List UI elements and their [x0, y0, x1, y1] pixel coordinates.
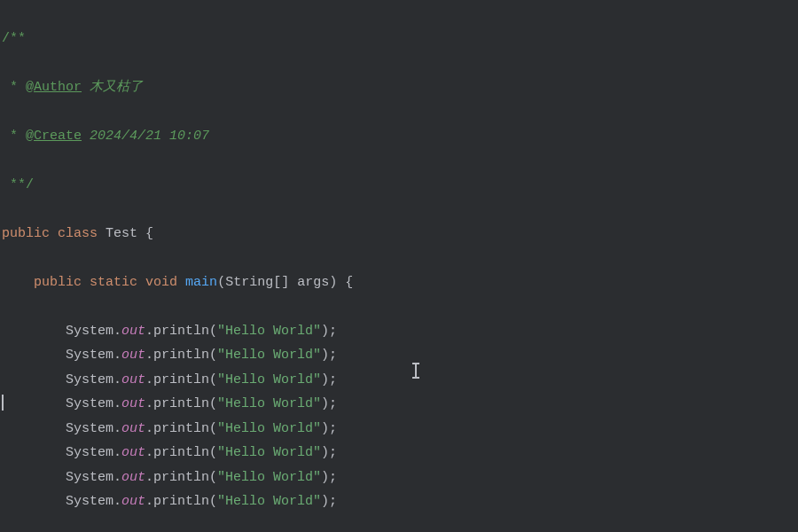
- comment-marker: *: [2, 129, 26, 144]
- println-call: .println(: [145, 445, 217, 460]
- system-ref: System.: [66, 372, 121, 387]
- println-call: .println(: [145, 396, 217, 411]
- doc-tag-create: @Create: [26, 129, 82, 144]
- system-ref: System.: [66, 421, 121, 436]
- caret: [2, 395, 4, 411]
- code-line: System.out.println("Hello World");: [2, 368, 798, 393]
- string-literal: "Hello World": [217, 494, 321, 509]
- code-line: System.out.println("Hello World");: [2, 466, 798, 490]
- out-field: out: [121, 324, 145, 339]
- code-line: public static void main(String[] args) {: [2, 270, 798, 295]
- out-field: out: [121, 445, 145, 460]
- system-ref: System.: [66, 396, 121, 411]
- string-literal: "Hello World": [217, 348, 321, 363]
- comment-marker: /**: [2, 31, 26, 46]
- out-field: out: [121, 421, 145, 436]
- system-ref: System.: [66, 494, 121, 509]
- string-literal: "Hello World": [217, 421, 321, 436]
- code-line: * @Author 木又枯了: [2, 75, 798, 100]
- string-literal: "Hello World": [217, 470, 321, 485]
- code-line: System.out.println("Hello World");: [2, 441, 798, 466]
- string-literal: "Hello World": [217, 445, 321, 460]
- method-name-main: main: [185, 275, 217, 290]
- code-line: /**: [2, 27, 798, 51]
- system-ref: System.: [66, 348, 121, 363]
- code-line: public class Test {: [2, 222, 798, 246]
- code-editor[interactable]: /** * @Author 木又枯了 * @Create 2024/4/21 1…: [0, 0, 798, 532]
- string-literal: "Hello World": [217, 324, 321, 339]
- code-line: System.out.println("Hello World");: [2, 319, 798, 344]
- comment-marker: **/: [2, 177, 34, 192]
- println-call: .println(: [145, 470, 217, 485]
- out-field: out: [121, 470, 145, 485]
- keyword-void: void: [145, 275, 177, 290]
- code-line: System.out.println("Hello World");: [2, 489, 798, 514]
- code-line: System.out.println("Hello World");: [2, 392, 798, 417]
- keyword-public: public: [2, 226, 50, 241]
- method-params: String[] args: [225, 275, 329, 290]
- string-literal: "Hello World": [217, 372, 321, 387]
- string-literal: "Hello World": [217, 396, 321, 411]
- println-call: .println(: [145, 324, 217, 339]
- system-ref: System.: [66, 445, 121, 460]
- code-line: **/: [2, 173, 798, 198]
- class-name: Test: [106, 226, 137, 241]
- code-line: System.out.println("Hello World");: [2, 343, 798, 368]
- out-field: out: [121, 348, 145, 363]
- text-cursor-icon: [415, 364, 417, 378]
- println-call: .println(: [145, 372, 217, 387]
- out-field: out: [121, 494, 145, 509]
- create-date: 2024/4/21 10:07: [90, 129, 209, 144]
- system-ref: System.: [66, 324, 121, 339]
- out-field: out: [121, 372, 145, 387]
- comment-marker: *: [2, 80, 26, 95]
- println-call: .println(: [145, 494, 217, 509]
- println-call: .println(: [145, 421, 217, 436]
- out-field: out: [121, 396, 145, 411]
- doc-tag-author: @Author: [26, 80, 82, 95]
- println-call: .println(: [145, 348, 217, 363]
- keyword-class: class: [58, 226, 98, 241]
- keyword-static: static: [90, 275, 137, 290]
- author-name: 木又枯了: [90, 80, 143, 95]
- keyword-public: public: [34, 275, 82, 290]
- code-line: * @Create 2024/4/21 10:07: [2, 124, 798, 149]
- code-line: System.out.println("Hello World");: [2, 417, 798, 442]
- system-ref: System.: [66, 470, 121, 485]
